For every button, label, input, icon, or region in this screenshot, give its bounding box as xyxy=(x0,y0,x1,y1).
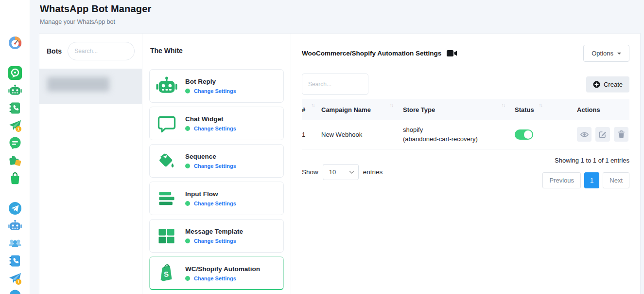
showing-entries-text: Showing 1 to 1 of 1 entries xyxy=(555,157,629,164)
status-cell xyxy=(515,120,577,149)
status-toggle[interactable] xyxy=(515,129,533,140)
sort-icon: ↑↓ xyxy=(502,103,505,108)
store-type-cell: shopify (abandoned-cart-recovery) xyxy=(403,120,515,149)
list-bars-icon xyxy=(156,187,178,210)
video-tutorial-icon[interactable] xyxy=(447,50,457,57)
svg-text:S: S xyxy=(164,270,169,278)
chat-bubble-icon xyxy=(156,112,178,135)
change-settings-link[interactable]: Change Settings xyxy=(194,201,236,206)
column-header-actions: Actions xyxy=(577,99,629,120)
sort-icon: ↑↓ xyxy=(539,103,542,108)
pagination: Previous 1 Next xyxy=(542,172,629,188)
column-label: Campaign Name xyxy=(321,106,371,113)
store-icon[interactable] xyxy=(8,171,22,185)
row-index-cell: 1 xyxy=(302,120,321,149)
robot-icon xyxy=(156,75,178,97)
change-settings-link[interactable]: Change Settings xyxy=(194,163,236,169)
bots-panel-header: Bots xyxy=(39,34,142,69)
change-settings-link[interactable]: Change Settings xyxy=(194,88,236,94)
column-header-campaign-name[interactable]: Campaign Name ↑↓ xyxy=(321,99,403,120)
bot-name-redacted xyxy=(47,77,109,92)
page-size-select[interactable]: 10 xyxy=(323,164,359,180)
column-header-index[interactable]: # ↑↓ xyxy=(302,99,321,120)
create-button[interactable]: Create xyxy=(586,76,629,92)
status-dot xyxy=(185,126,190,131)
show-label: Show xyxy=(302,168,318,176)
options-button[interactable]: Options xyxy=(583,45,629,62)
telegram-icon[interactable] xyxy=(8,202,22,215)
whatsapp-bot-icon[interactable] xyxy=(8,84,22,97)
whatsapp-broadcast-icon[interactable]: 1 xyxy=(8,119,22,132)
status-dot xyxy=(185,201,190,206)
status-dot xyxy=(185,276,190,281)
column-header-store-type[interactable]: Store Type ↑↓ xyxy=(403,99,515,120)
menu-item-label: Bot Reply xyxy=(185,78,236,85)
bots-search-input[interactable] xyxy=(68,42,135,60)
status-dot xyxy=(185,164,190,168)
next-page-button[interactable]: Next xyxy=(603,172,629,188)
grid-icon xyxy=(156,225,178,247)
content-card: Bots The White Bot Reply Change Settings xyxy=(39,33,641,294)
column-label: Actions xyxy=(577,106,600,113)
menu-item-label: Message Template xyxy=(185,228,243,235)
whatsapp-chat-icon[interactable] xyxy=(8,136,22,150)
edit-button[interactable] xyxy=(595,127,610,142)
page: 1 1 WhatsApp Bot Manager xyxy=(0,0,644,294)
status-dot xyxy=(185,89,190,93)
paint-bucket-icon xyxy=(156,150,178,172)
automation-panel: WooCommerce/Shopify Automation Settings … xyxy=(291,34,640,294)
page-header: WhatsApp Bot Manager Manage your WhatsAp… xyxy=(40,3,152,25)
status-dot xyxy=(185,239,190,243)
entries-label: entries xyxy=(363,168,383,176)
menu-item-bot-reply[interactable]: Bot Reply Change Settings xyxy=(149,69,284,103)
bot-list-item-selected[interactable] xyxy=(39,69,142,104)
create-button-label: Create xyxy=(604,81,623,88)
svg-text:1: 1 xyxy=(17,279,19,284)
table-search-input[interactable] xyxy=(302,74,368,95)
telegram-contacts-icon[interactable] xyxy=(8,254,22,268)
telegram-groups-icon[interactable] xyxy=(8,237,22,250)
plus-circle-icon xyxy=(593,81,600,88)
store-type-line1: shopify xyxy=(403,125,423,135)
menu-item-message-template[interactable]: Message Template Change Settings xyxy=(149,219,284,253)
change-settings-link[interactable]: Change Settings xyxy=(194,126,236,131)
menu-item-label: Input Flow xyxy=(185,190,236,198)
menu-item-label: Chat Widget xyxy=(185,115,236,123)
previous-page-button[interactable]: Previous xyxy=(542,172,581,188)
sort-icon: ↑↓ xyxy=(311,103,314,108)
telegram-broadcast-icon[interactable]: 1 xyxy=(8,272,22,285)
whatsapp-icon[interactable] xyxy=(8,66,22,80)
menu-item-label: Sequence xyxy=(185,153,236,160)
panel-title: WooCommerce/Shopify Automation Settings xyxy=(302,50,441,57)
menu-item-sequence[interactable]: Sequence Change Settings xyxy=(149,144,284,178)
column-label: Store Type xyxy=(403,106,435,113)
bots-panel: Bots xyxy=(39,34,142,294)
page-size-control: Show 10 entries xyxy=(302,156,383,188)
change-settings-link[interactable]: Change Settings xyxy=(194,238,236,244)
bot-name-title: The White xyxy=(150,47,283,55)
telegram-bot-icon[interactable] xyxy=(8,219,22,233)
change-settings-link[interactable]: Change Settings xyxy=(194,276,236,281)
view-button[interactable] xyxy=(577,127,592,142)
page-title: WhatsApp Bot Manager xyxy=(40,3,152,15)
column-label: # xyxy=(302,106,305,113)
options-button-label: Options xyxy=(592,50,613,57)
store-type-line2: (abandoned-cart-recovery) xyxy=(403,134,478,144)
bots-panel-title: Bots xyxy=(47,47,62,55)
integrations-icon[interactable] xyxy=(8,154,22,167)
chevron-down-icon xyxy=(617,53,621,55)
column-label: Status xyxy=(515,106,534,113)
actions-cell xyxy=(577,120,629,149)
campaign-name-cell: New Webhook xyxy=(321,120,403,149)
whatsapp-contacts-icon[interactable] xyxy=(8,101,22,115)
menu-item-chat-widget[interactable]: Chat Widget Change Settings xyxy=(149,107,284,140)
page-subtitle: Manage your WhatsApp bot xyxy=(40,18,152,25)
column-header-status[interactable]: Status ↑↓ xyxy=(515,99,577,120)
dashboard-icon[interactable] xyxy=(8,36,22,50)
menu-item-label: WC/Shopify Automation xyxy=(185,265,260,273)
telegram-chat-icon[interactable] xyxy=(8,289,22,294)
menu-item-input-flow[interactable]: Input Flow Change Settings xyxy=(149,182,284,215)
menu-item-wc-shopify-automation[interactable]: S WC/Shopify Automation Change Settings xyxy=(149,257,284,290)
current-page-button[interactable]: 1 xyxy=(584,172,599,188)
delete-button[interactable] xyxy=(614,127,628,142)
